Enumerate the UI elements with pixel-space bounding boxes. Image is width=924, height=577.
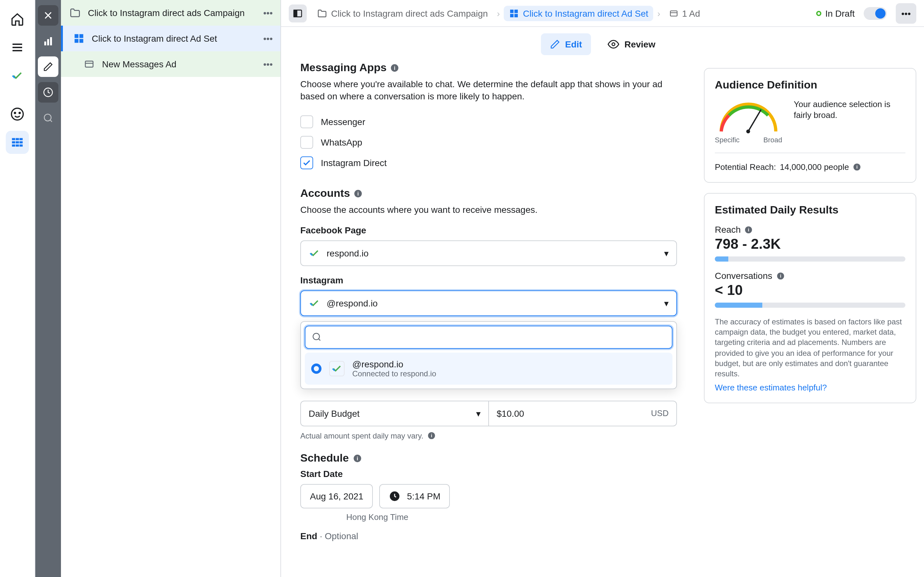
- svg-rect-40: [510, 13, 514, 17]
- checkbox-messenger[interactable]: Messenger: [300, 111, 677, 132]
- tree-adset-label: Click to Instagram direct Ad Set: [92, 33, 217, 44]
- svg-text:i: i: [431, 433, 432, 438]
- tree-ad-label: New Messages Ad: [102, 59, 176, 69]
- checkbox-whatsapp[interactable]: WhatsApp: [300, 132, 677, 153]
- reach-value: 798 - 2.3K: [715, 236, 905, 253]
- messaging-apps-heading: Messaging Apps i: [300, 61, 677, 74]
- info-icon[interactable]: i: [745, 226, 753, 234]
- tree-campaign[interactable]: Click to Instagram direct ads Campaign •…: [61, 0, 280, 26]
- close-button[interactable]: [38, 5, 58, 26]
- tree-ad[interactable]: New Messages Ad •••: [61, 51, 280, 77]
- collapse-panel-button[interactable]: [289, 4, 307, 22]
- tab-review[interactable]: Review: [599, 33, 664, 55]
- chart-icon[interactable]: [38, 31, 58, 51]
- home-icon[interactable]: [6, 8, 29, 31]
- facebook-page-select[interactable]: respond.io ▾: [300, 240, 677, 266]
- daily-heading: Estimated Daily Results: [715, 204, 905, 217]
- svg-line-50: [318, 339, 320, 341]
- svg-rect-25: [47, 39, 49, 45]
- svg-rect-9: [12, 141, 15, 143]
- respond-logo-icon[interactable]: [6, 64, 29, 87]
- dropdown-option-respond[interactable]: @respond.io Connected to respond.io: [305, 352, 672, 384]
- more-icon[interactable]: •••: [263, 33, 273, 44]
- menu-icon[interactable]: [6, 36, 29, 59]
- folder-icon: [69, 6, 81, 19]
- daily-results-card: Estimated Daily Results Reachi 798 - 2.3…: [704, 193, 916, 403]
- accounts-desc: Choose the accounts where you want to re…: [300, 204, 677, 216]
- crumb-adset[interactable]: Click to Instagram direct Ad Set: [504, 5, 654, 21]
- instagram-select[interactable]: @respond.io ▾: [300, 290, 677, 316]
- svg-text:i: i: [856, 164, 858, 169]
- svg-rect-34: [86, 61, 93, 67]
- dropdown-search-input[interactable]: [326, 332, 666, 342]
- topbar: Click to Instagram direct ads Campaign ›…: [281, 0, 924, 27]
- main-panel: Click to Instagram direct ads Campaign ›…: [281, 0, 924, 577]
- pencil-icon[interactable]: [38, 56, 58, 77]
- dd-option-sub: Connected to respond.io: [352, 369, 436, 378]
- instagram-dropdown: @respond.io Connected to respond.io: [300, 321, 677, 389]
- dropdown-search[interactable]: [305, 326, 672, 348]
- clock-icon: [389, 490, 401, 502]
- svg-rect-7: [16, 138, 19, 140]
- info-icon[interactable]: i: [354, 189, 363, 198]
- start-time-input[interactable]: 5:14 PM: [380, 484, 450, 508]
- tab-edit[interactable]: Edit: [541, 33, 591, 55]
- info-icon[interactable]: i: [853, 163, 861, 171]
- instagram-label: Instagram: [300, 275, 677, 285]
- svg-rect-24: [44, 42, 46, 45]
- svg-rect-31: [79, 34, 83, 38]
- caret-down-icon: ▾: [664, 248, 669, 258]
- caret-down-icon: ▾: [476, 408, 481, 418]
- tree-campaign-label: Click to Instagram direct ads Campaign: [88, 8, 245, 18]
- svg-rect-6: [12, 138, 15, 140]
- svg-rect-30: [75, 34, 79, 38]
- end-date-label: End · Optional: [300, 530, 677, 541]
- table-icon[interactable]: [6, 131, 29, 154]
- form-column: Messaging Apps i Choose where you're ava…: [281, 61, 696, 577]
- info-icon[interactable]: i: [776, 271, 784, 280]
- editor-tool-rail: [35, 0, 61, 577]
- zoom-icon[interactable]: [38, 108, 58, 128]
- svg-text:i: i: [357, 455, 358, 461]
- svg-line-29: [50, 120, 52, 122]
- more-icon[interactable]: •••: [263, 59, 273, 69]
- crumb-campaign[interactable]: Click to Instagram direct ads Campaign: [312, 5, 493, 21]
- svg-point-49: [313, 334, 320, 340]
- more-icon[interactable]: •••: [263, 8, 273, 18]
- svg-rect-32: [75, 39, 79, 43]
- more-menu-button[interactable]: •••: [896, 3, 916, 23]
- caret-down-icon: ▾: [664, 298, 669, 308]
- global-nav-rail: [0, 0, 35, 577]
- budget-type-select[interactable]: Daily Budget ▾: [300, 400, 489, 426]
- crumb-ad[interactable]: 1 Ad: [664, 5, 705, 21]
- disclaimer: The accuracy of estimates is based on fa…: [715, 317, 905, 379]
- tree-adset[interactable]: Click to Instagram direct Ad Set •••: [61, 26, 280, 51]
- facebook-page-label: Facebook Page: [300, 225, 677, 235]
- checkbox-instagram[interactable]: Instagram Direct: [300, 153, 677, 173]
- info-icon[interactable]: i: [427, 432, 436, 440]
- chevron-right-icon: ›: [497, 8, 500, 18]
- potential-reach: Potential Reach: 14,000,000 people i: [715, 153, 905, 172]
- svg-point-5: [19, 113, 21, 114]
- info-icon[interactable]: i: [352, 454, 362, 463]
- svg-point-3: [11, 108, 23, 120]
- publish-toggle[interactable]: [864, 7, 887, 19]
- mode-tabs: Edit Review: [281, 27, 924, 61]
- grid-icon: [73, 32, 86, 45]
- start-date-input[interactable]: Aug 16, 2021: [300, 484, 373, 508]
- svg-text:i: i: [748, 227, 750, 232]
- svg-text:i: i: [394, 65, 396, 71]
- budget-amount-input[interactable]: $10.00 USD: [489, 400, 677, 426]
- estimates-helpful-link[interactable]: Were these estimates helpful?: [715, 383, 827, 392]
- emoji-icon[interactable]: [6, 103, 29, 126]
- svg-rect-42: [670, 11, 677, 16]
- info-icon[interactable]: i: [391, 63, 399, 73]
- brand-logo-icon: [309, 247, 320, 259]
- audience-card: Audience Definition: [704, 68, 916, 183]
- conversations-label: Conversationsi: [715, 271, 905, 281]
- clock-icon[interactable]: [38, 82, 58, 103]
- svg-rect-8: [19, 138, 23, 140]
- svg-rect-26: [50, 37, 52, 45]
- svg-rect-41: [514, 13, 518, 17]
- svg-rect-13: [16, 145, 19, 147]
